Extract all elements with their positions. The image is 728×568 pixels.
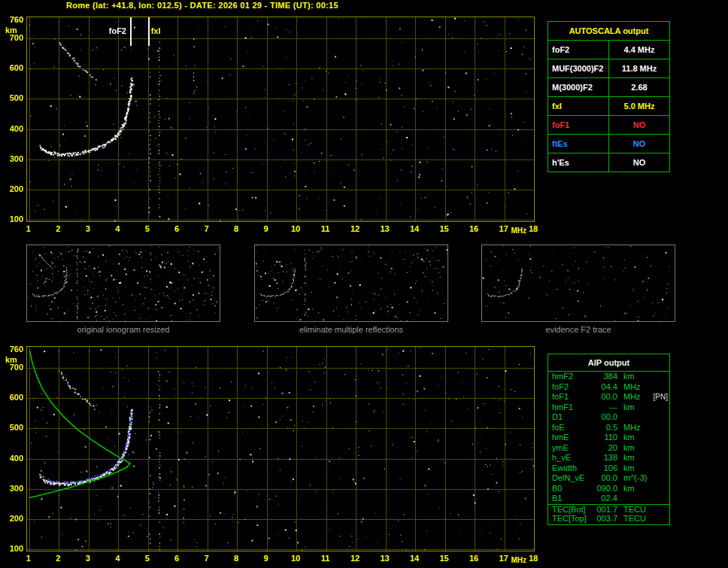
param-value: NO — [609, 153, 670, 172]
aip-row: hmF1---km — [548, 402, 669, 413]
panel-no-reflections-canvas — [255, 245, 447, 321]
x-tick-label: 15 — [436, 554, 453, 563]
param-value: 110 — [589, 433, 617, 443]
param-value: 106 — [589, 463, 617, 474]
x-tick-label: 8 — [228, 554, 244, 563]
table-row: foF24.4 MHz — [548, 41, 670, 59]
x-tick-label: 14 — [406, 554, 423, 563]
ionogram-main-canvas — [27, 17, 534, 221]
y-tick-label: 500 — [4, 423, 23, 432]
param-label: hmF2 — [548, 372, 589, 382]
param-unit: m^(-3) — [617, 473, 651, 484]
aip-row: TEC[Top]003.7TECU — [548, 514, 669, 524]
param-label: hmE — [548, 433, 589, 443]
param-value: 5.0 MHz — [609, 97, 670, 116]
panel-original-caption: original ionogram resized — [26, 325, 220, 334]
fxi-marker-label: fxI — [151, 26, 161, 35]
param-value: 4.4 MHz — [609, 41, 670, 59]
param-value: 003.7 — [589, 514, 617, 524]
x-tick-label: 7 — [199, 554, 215, 563]
param-label: foF2 — [548, 41, 609, 59]
y-tick-label: 200 — [4, 514, 23, 523]
param-label: D1 — [548, 412, 589, 423]
y-tick-label: 100 — [4, 544, 23, 553]
param-value: 001.7 — [589, 505, 617, 515]
param-unit: MHz — [617, 382, 651, 393]
param-value: 384 — [589, 372, 617, 382]
panel-original-ionogram — [26, 245, 220, 322]
y-tick-label: 300 — [4, 154, 23, 163]
param-label: Ewidth — [548, 463, 589, 474]
x-tick-label: 10 — [287, 554, 304, 563]
param-value: 090.0 — [589, 484, 617, 494]
x-tick-label: 5 — [139, 554, 156, 563]
table-row: fxI5.0 MHz — [548, 97, 670, 116]
aip-row: Ewidth106km — [548, 463, 669, 474]
aip-row: ymE20km — [548, 443, 669, 454]
fof2-marker-label: foF2 — [99, 26, 126, 35]
param-label: ftEs — [548, 135, 609, 153]
param-unit: km — [617, 453, 651, 463]
aip-row: hmF2384km — [548, 372, 669, 382]
param-label: DelN_vE — [548, 473, 589, 484]
ionogram-profile-plot — [26, 346, 535, 551]
x-tick-label: 16 — [466, 554, 482, 563]
param-value: 02.4 — [589, 494, 617, 504]
param-note — [651, 514, 669, 524]
panel-f2-evidence-canvas — [482, 245, 675, 321]
aip-row: h_vE138km — [548, 453, 669, 463]
param-label: foF1 — [548, 116, 609, 135]
param-label: TEC[Bot] — [548, 505, 589, 515]
aip-row: foF100.0MHz[PN] — [548, 392, 669, 402]
x-axis-unit: MHz — [511, 556, 526, 564]
table-row: M(3000)F22.68 — [548, 78, 670, 97]
aip-row: foE0.5MHz — [548, 423, 669, 433]
param-value: 04.4 — [589, 382, 617, 393]
aip-row: TEC[Bot]001.7TECU — [548, 504, 669, 515]
x-tick-label: 1 — [20, 554, 37, 563]
x-tick-label: 7 — [199, 224, 215, 233]
x-tick-label: 13 — [377, 554, 393, 563]
aip-row: DelN_vE00.0m^(-3) — [548, 473, 669, 484]
param-unit: km — [617, 372, 651, 382]
table-row: ftEsNO — [548, 135, 670, 153]
param-label: TEC[Top] — [548, 514, 589, 524]
x-tick-label: 8 — [228, 224, 244, 233]
aip-table-body: hmF2384kmfoF204.4MHzfoF100.0MHz[PN]hmF1-… — [548, 372, 669, 524]
param-unit: km — [617, 484, 651, 494]
y-tick-label: 300 — [4, 484, 23, 493]
table-row: h'EsNO — [548, 153, 670, 172]
param-note — [651, 494, 669, 504]
x-tick-label: 2 — [50, 224, 66, 233]
table-row: MUF(3000)F211.8 MHz — [548, 59, 670, 78]
param-label: B0 — [548, 484, 589, 494]
panel-f2-evidence — [481, 245, 675, 322]
x-tick-label: 18 — [525, 554, 541, 563]
param-value: --- — [589, 402, 617, 413]
x-tick-label: 9 — [258, 224, 275, 233]
x-tick-label: 18 — [525, 224, 541, 233]
param-unit: MHz — [617, 392, 651, 402]
x-tick-label: 16 — [466, 224, 482, 233]
param-label: foF2 — [548, 382, 589, 393]
param-unit: TECU — [617, 514, 651, 524]
x-tick-label: 4 — [109, 224, 126, 233]
x-tick-label: 12 — [347, 554, 363, 563]
x-tick-label: 17 — [496, 554, 512, 563]
panel-no-reflections-caption: eliminate multiple reflections — [254, 325, 448, 334]
x-tick-label: 9 — [258, 554, 275, 563]
aip-row: hmE110km — [548, 433, 669, 443]
aip-row: B102.4 — [548, 494, 669, 504]
x-tick-label: 11 — [317, 554, 334, 563]
param-label: hmF1 — [548, 402, 589, 413]
aip-row: B0090.0km — [548, 484, 669, 494]
x-axis-unit: MHz — [511, 226, 526, 235]
x-tick-label: 6 — [168, 224, 185, 233]
x-tick-label: 5 — [139, 224, 156, 233]
param-label: foF1 — [548, 392, 589, 402]
param-label: h'Es — [548, 153, 609, 172]
param-label: ymE — [548, 443, 589, 454]
aip-table-title: AIP output — [548, 354, 669, 372]
aip-row: foF204.4MHz — [548, 382, 669, 393]
y-tick-label: 600 — [4, 63, 23, 72]
